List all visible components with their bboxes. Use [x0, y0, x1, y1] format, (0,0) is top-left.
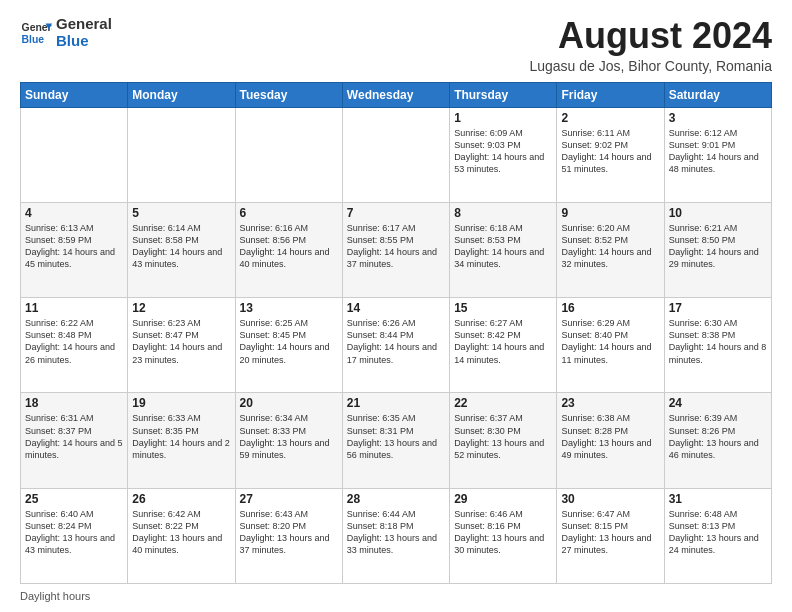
day-number: 9 [561, 206, 659, 220]
svg-text:Blue: Blue [22, 33, 45, 44]
calendar-week-4: 25Sunrise: 6:40 AM Sunset: 8:24 PM Dayli… [21, 488, 772, 583]
day-number: 30 [561, 492, 659, 506]
day-info: Sunrise: 6:46 AM Sunset: 8:16 PM Dayligh… [454, 508, 552, 557]
calendar-cell: 6Sunrise: 6:16 AM Sunset: 8:56 PM Daylig… [235, 202, 342, 297]
calendar-cell: 10Sunrise: 6:21 AM Sunset: 8:50 PM Dayli… [664, 202, 771, 297]
day-number: 31 [669, 492, 767, 506]
calendar-cell: 29Sunrise: 6:46 AM Sunset: 8:16 PM Dayli… [450, 488, 557, 583]
day-number: 13 [240, 301, 338, 315]
day-number: 27 [240, 492, 338, 506]
day-number: 22 [454, 396, 552, 410]
logo: General Blue General Blue [20, 16, 112, 49]
calendar-cell: 24Sunrise: 6:39 AM Sunset: 8:26 PM Dayli… [664, 393, 771, 488]
daylight-label: Daylight hours [20, 590, 90, 602]
day-number: 3 [669, 111, 767, 125]
day-number: 16 [561, 301, 659, 315]
calendar-cell: 22Sunrise: 6:37 AM Sunset: 8:30 PM Dayli… [450, 393, 557, 488]
calendar-table: SundayMondayTuesdayWednesdayThursdayFrid… [20, 82, 772, 584]
day-number: 2 [561, 111, 659, 125]
day-info: Sunrise: 6:21 AM Sunset: 8:50 PM Dayligh… [669, 222, 767, 271]
subtitle: Lugasu de Jos, Bihor County, Romania [529, 58, 772, 74]
day-info: Sunrise: 6:27 AM Sunset: 8:42 PM Dayligh… [454, 317, 552, 366]
day-number: 10 [669, 206, 767, 220]
day-number: 25 [25, 492, 123, 506]
calendar-cell: 2Sunrise: 6:11 AM Sunset: 9:02 PM Daylig… [557, 107, 664, 202]
calendar-cell: 9Sunrise: 6:20 AM Sunset: 8:52 PM Daylig… [557, 202, 664, 297]
day-info: Sunrise: 6:47 AM Sunset: 8:15 PM Dayligh… [561, 508, 659, 557]
day-number: 6 [240, 206, 338, 220]
day-info: Sunrise: 6:23 AM Sunset: 8:47 PM Dayligh… [132, 317, 230, 366]
day-info: Sunrise: 6:38 AM Sunset: 8:28 PM Dayligh… [561, 412, 659, 461]
calendar-cell: 11Sunrise: 6:22 AM Sunset: 8:48 PM Dayli… [21, 298, 128, 393]
col-header-tuesday: Tuesday [235, 82, 342, 107]
day-info: Sunrise: 6:14 AM Sunset: 8:58 PM Dayligh… [132, 222, 230, 271]
main-title: August 2024 [529, 16, 772, 56]
calendar-week-3: 18Sunrise: 6:31 AM Sunset: 8:37 PM Dayli… [21, 393, 772, 488]
calendar-cell: 23Sunrise: 6:38 AM Sunset: 8:28 PM Dayli… [557, 393, 664, 488]
day-info: Sunrise: 6:09 AM Sunset: 9:03 PM Dayligh… [454, 127, 552, 176]
calendar-cell: 12Sunrise: 6:23 AM Sunset: 8:47 PM Dayli… [128, 298, 235, 393]
header: General Blue General Blue August 2024 Lu… [20, 16, 772, 74]
day-number: 23 [561, 396, 659, 410]
calendar-cell: 25Sunrise: 6:40 AM Sunset: 8:24 PM Dayli… [21, 488, 128, 583]
calendar-cell: 18Sunrise: 6:31 AM Sunset: 8:37 PM Dayli… [21, 393, 128, 488]
day-number: 20 [240, 396, 338, 410]
day-info: Sunrise: 6:34 AM Sunset: 8:33 PM Dayligh… [240, 412, 338, 461]
day-number: 14 [347, 301, 445, 315]
calendar-cell: 28Sunrise: 6:44 AM Sunset: 8:18 PM Dayli… [342, 488, 449, 583]
calendar-cell: 4Sunrise: 6:13 AM Sunset: 8:59 PM Daylig… [21, 202, 128, 297]
day-info: Sunrise: 6:11 AM Sunset: 9:02 PM Dayligh… [561, 127, 659, 176]
day-info: Sunrise: 6:35 AM Sunset: 8:31 PM Dayligh… [347, 412, 445, 461]
day-number: 26 [132, 492, 230, 506]
calendar-week-1: 4Sunrise: 6:13 AM Sunset: 8:59 PM Daylig… [21, 202, 772, 297]
day-info: Sunrise: 6:39 AM Sunset: 8:26 PM Dayligh… [669, 412, 767, 461]
col-header-wednesday: Wednesday [342, 82, 449, 107]
day-number: 24 [669, 396, 767, 410]
day-info: Sunrise: 6:12 AM Sunset: 9:01 PM Dayligh… [669, 127, 767, 176]
calendar-cell [128, 107, 235, 202]
day-number: 8 [454, 206, 552, 220]
day-info: Sunrise: 6:16 AM Sunset: 8:56 PM Dayligh… [240, 222, 338, 271]
calendar-cell: 14Sunrise: 6:26 AM Sunset: 8:44 PM Dayli… [342, 298, 449, 393]
logo-blue-text: Blue [56, 33, 112, 50]
day-info: Sunrise: 6:30 AM Sunset: 8:38 PM Dayligh… [669, 317, 767, 366]
calendar-cell: 13Sunrise: 6:25 AM Sunset: 8:45 PM Dayli… [235, 298, 342, 393]
day-number: 12 [132, 301, 230, 315]
calendar-cell [21, 107, 128, 202]
day-info: Sunrise: 6:18 AM Sunset: 8:53 PM Dayligh… [454, 222, 552, 271]
day-number: 1 [454, 111, 552, 125]
day-info: Sunrise: 6:25 AM Sunset: 8:45 PM Dayligh… [240, 317, 338, 366]
day-number: 7 [347, 206, 445, 220]
calendar-cell: 31Sunrise: 6:48 AM Sunset: 8:13 PM Dayli… [664, 488, 771, 583]
calendar-cell [342, 107, 449, 202]
day-number: 4 [25, 206, 123, 220]
day-info: Sunrise: 6:43 AM Sunset: 8:20 PM Dayligh… [240, 508, 338, 557]
day-info: Sunrise: 6:31 AM Sunset: 8:37 PM Dayligh… [25, 412, 123, 461]
day-number: 18 [25, 396, 123, 410]
calendar-cell [235, 107, 342, 202]
calendar-cell: 21Sunrise: 6:35 AM Sunset: 8:31 PM Dayli… [342, 393, 449, 488]
calendar-cell: 30Sunrise: 6:47 AM Sunset: 8:15 PM Dayli… [557, 488, 664, 583]
calendar-cell: 20Sunrise: 6:34 AM Sunset: 8:33 PM Dayli… [235, 393, 342, 488]
calendar-cell: 26Sunrise: 6:42 AM Sunset: 8:22 PM Dayli… [128, 488, 235, 583]
page: General Blue General Blue August 2024 Lu… [0, 0, 792, 612]
day-info: Sunrise: 6:20 AM Sunset: 8:52 PM Dayligh… [561, 222, 659, 271]
title-block: August 2024 Lugasu de Jos, Bihor County,… [529, 16, 772, 74]
logo-icon: General Blue [20, 17, 52, 49]
calendar-week-0: 1Sunrise: 6:09 AM Sunset: 9:03 PM Daylig… [21, 107, 772, 202]
col-header-thursday: Thursday [450, 82, 557, 107]
logo-general-text: General [56, 16, 112, 33]
day-number: 28 [347, 492, 445, 506]
day-info: Sunrise: 6:22 AM Sunset: 8:48 PM Dayligh… [25, 317, 123, 366]
calendar-cell: 15Sunrise: 6:27 AM Sunset: 8:42 PM Dayli… [450, 298, 557, 393]
day-number: 11 [25, 301, 123, 315]
day-number: 17 [669, 301, 767, 315]
calendar-cell: 3Sunrise: 6:12 AM Sunset: 9:01 PM Daylig… [664, 107, 771, 202]
calendar-cell: 5Sunrise: 6:14 AM Sunset: 8:58 PM Daylig… [128, 202, 235, 297]
day-number: 21 [347, 396, 445, 410]
calendar-cell: 27Sunrise: 6:43 AM Sunset: 8:20 PM Dayli… [235, 488, 342, 583]
calendar-cell: 8Sunrise: 6:18 AM Sunset: 8:53 PM Daylig… [450, 202, 557, 297]
col-header-sunday: Sunday [21, 82, 128, 107]
day-number: 19 [132, 396, 230, 410]
day-info: Sunrise: 6:40 AM Sunset: 8:24 PM Dayligh… [25, 508, 123, 557]
